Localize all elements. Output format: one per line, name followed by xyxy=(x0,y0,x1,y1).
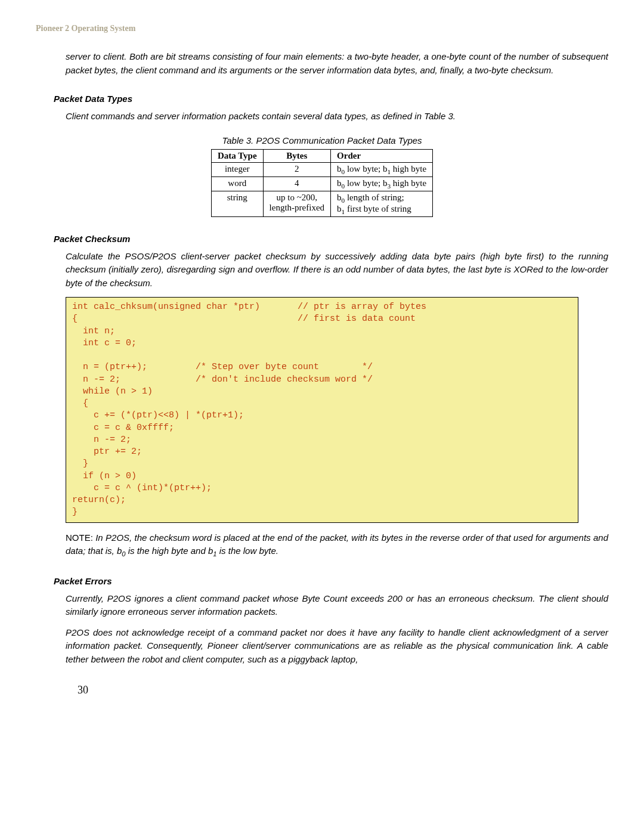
intro-paragraph: server to client. Both are bit streams c… xyxy=(66,50,608,77)
data-types-table: Data Type Bytes Order integer 2 b0 low b… xyxy=(211,149,433,217)
cell-order: b0 length of string;b1 first byte of str… xyxy=(331,191,433,216)
col-header-order: Order xyxy=(331,149,433,162)
table-row: integer 2 b0 low byte; b1 high byte xyxy=(211,162,432,176)
col-header-data-type: Data Type xyxy=(211,149,263,162)
cell-bytes: 2 xyxy=(263,162,330,176)
table-header-row: Data Type Bytes Order xyxy=(211,149,432,162)
packet-data-types-paragraph: Client commands and server information p… xyxy=(66,110,608,123)
cell-order: b0 low byte; b1 high byte xyxy=(331,162,433,176)
cell-datatype: integer xyxy=(211,162,263,176)
checksum-note: NOTE: In P2OS, the checksum word is plac… xyxy=(66,531,608,559)
page-number: 30 xyxy=(78,684,608,696)
cell-order: b0 low byte; b3 high byte xyxy=(331,176,433,191)
section-heading-packet-checksum: Packet Checksum xyxy=(54,234,608,244)
note-label: NOTE: xyxy=(66,532,93,543)
table-row: string up to ~200,length-prefixed b0 len… xyxy=(211,191,432,216)
cell-bytes: 4 xyxy=(263,176,330,191)
page-header: Pioneer 2 Operating System xyxy=(36,24,608,33)
code-block-checksum: int calc_chksum(unsigned char *ptr) // p… xyxy=(66,297,578,523)
col-header-bytes: Bytes xyxy=(263,149,330,162)
packet-errors-paragraph-2: P2OS does not acknowledge receipt of a c… xyxy=(66,626,608,667)
packet-errors-paragraph-1: Currently, P2OS ignores a client command… xyxy=(66,592,608,619)
table-row: word 4 b0 low byte; b3 high byte xyxy=(211,176,432,191)
section-heading-packet-data-types: Packet Data Types xyxy=(54,94,608,104)
cell-datatype: string xyxy=(211,191,263,216)
section-heading-packet-errors: Packet Errors xyxy=(54,576,608,586)
cell-bytes: up to ~200,length-prefixed xyxy=(263,191,330,216)
cell-datatype: word xyxy=(211,176,263,191)
table-caption: Table 3. P2OS Communication Packet Data … xyxy=(36,135,608,145)
packet-checksum-paragraph: Calculate the PSOS/P2OS client-server pa… xyxy=(66,250,608,290)
